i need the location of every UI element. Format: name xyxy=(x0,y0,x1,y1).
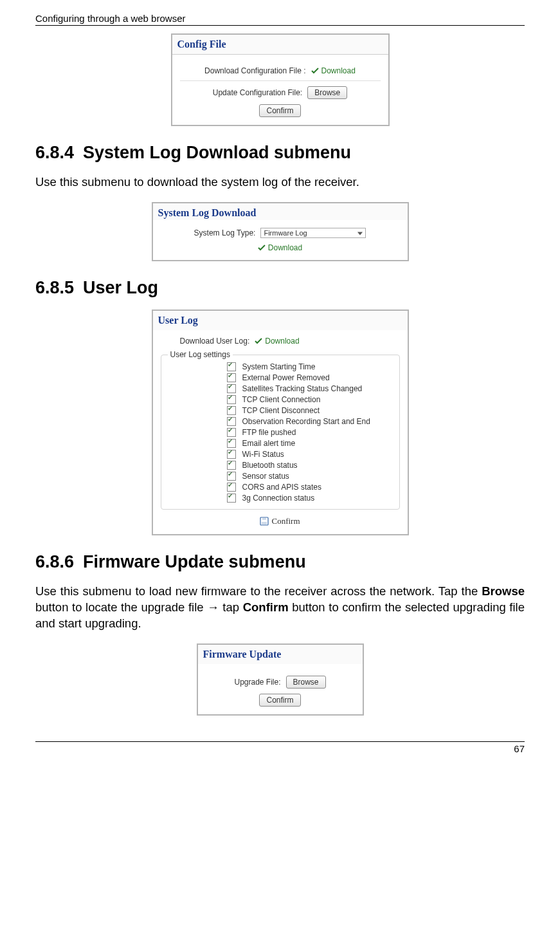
checkbox[interactable] xyxy=(227,384,236,393)
list-item-label: Email alert time xyxy=(242,439,296,448)
userlog-confirm-text: Confirm xyxy=(271,516,300,526)
confirm-button[interactable]: Confirm xyxy=(259,104,300,117)
config-file-figure: Config File Download Configuration File … xyxy=(171,33,390,126)
userlog-download-link[interactable]: Download xyxy=(255,337,299,346)
list-item-label: Satellites Tracking Status Changed xyxy=(242,384,363,393)
list-item: TCP Client Disconnect xyxy=(227,405,392,416)
download-config-link[interactable]: Download xyxy=(311,66,356,75)
section-684-title: System Log Download submenu xyxy=(83,143,351,162)
list-item: Wi-Fi Status xyxy=(227,449,392,460)
section-685-heading: 6.8.5User Log xyxy=(35,278,525,298)
check-icon xyxy=(258,244,266,252)
list-item-label: 3g Connection status xyxy=(242,494,315,503)
section-686-title: Firmware Update submenu xyxy=(83,552,306,571)
list-item-label: TCP Client Disconnect xyxy=(242,406,320,415)
upgrade-file-label: Upgrade File: xyxy=(234,678,280,687)
list-item-label: Observation Recording Start and End xyxy=(242,417,370,426)
section-684-body: Use this submenu to download the system … xyxy=(35,174,525,190)
syslog-figure: System Log Download System Log Type: Fir… xyxy=(152,202,409,261)
userlog-confirm-button[interactable]: Confirm xyxy=(260,516,300,526)
page-footer: 67 xyxy=(35,741,525,754)
syslog-download-text: Download xyxy=(268,243,302,252)
firmware-confirm-button[interactable]: Confirm xyxy=(259,694,300,707)
list-item-label: Wi-Fi Status xyxy=(242,450,284,459)
userlog-download-label: Download User Log: xyxy=(180,337,250,346)
list-item: Bluetooth status xyxy=(227,460,392,471)
list-item-label: Bluetooth status xyxy=(242,461,298,470)
userlog-title: User Log xyxy=(153,311,408,330)
syslog-type-label: System Log Type: xyxy=(194,228,256,237)
bold-browse: Browse xyxy=(482,584,525,598)
list-item: CORS and APIS states xyxy=(227,482,392,493)
check-icon xyxy=(255,337,262,345)
list-item: Observation Recording Start and End xyxy=(227,416,392,427)
checkbox[interactable] xyxy=(227,494,236,503)
list-item: 3g Connection status xyxy=(227,493,392,504)
section-685-num: 6.8.5 xyxy=(35,278,74,297)
section-686-num: 6.8.6 xyxy=(35,552,74,571)
firmware-figure: Firmware Update Upgrade File: Browse Con… xyxy=(197,643,364,716)
userlog-settings-label: User Log settings xyxy=(168,350,233,359)
text-fragment: button to locate the upgrade file → tap xyxy=(35,600,243,614)
section-684-num: 6.8.4 xyxy=(35,143,74,162)
text-fragment: Use this submenu to load new firmware to… xyxy=(35,584,482,598)
section-684-heading: 6.8.4System Log Download submenu xyxy=(35,143,525,163)
checkbox[interactable] xyxy=(227,472,236,481)
check-icon xyxy=(311,67,319,75)
list-item: External Power Removed xyxy=(227,373,392,384)
list-item-label: TCP Client Connection xyxy=(242,395,321,404)
checkbox[interactable] xyxy=(227,428,236,437)
config-file-title: Config File xyxy=(172,35,388,55)
browse-button[interactable]: Browse xyxy=(307,86,347,99)
section-686-body: Use this submenu to load new firmware to… xyxy=(35,584,525,632)
list-item-label: Sensor status xyxy=(242,472,289,481)
page-header: Configuring through a web browser xyxy=(35,13,525,26)
syslog-type-select[interactable]: Firmware Log xyxy=(260,228,366,238)
svg-rect-1 xyxy=(262,522,267,524)
checkbox[interactable] xyxy=(227,483,236,492)
checkbox[interactable] xyxy=(227,417,236,426)
checkbox[interactable] xyxy=(227,439,236,448)
list-item: Satellites Tracking Status Changed xyxy=(227,384,392,394)
userlog-settings-group: User Log settings System Starting Time E… xyxy=(161,355,400,510)
section-685-title: User Log xyxy=(83,278,158,297)
list-item: System Starting Time xyxy=(227,362,392,373)
checkbox[interactable] xyxy=(227,373,236,382)
download-config-label: Download Configuration File : xyxy=(204,66,305,75)
checkbox[interactable] xyxy=(227,450,236,459)
firmware-title: Firmware Update xyxy=(198,645,363,664)
checkbox[interactable] xyxy=(227,362,236,371)
save-icon xyxy=(260,517,269,526)
list-item: Sensor status xyxy=(227,471,392,482)
svg-rect-2 xyxy=(262,518,266,520)
list-item-label: System Starting Time xyxy=(242,362,316,371)
download-config-text: Download xyxy=(321,66,356,75)
list-item: TCP Client Connection xyxy=(227,394,392,405)
update-config-label: Update Configuration File: xyxy=(213,88,302,97)
syslog-download-link[interactable]: Download xyxy=(258,243,302,252)
bold-confirm: Confirm xyxy=(243,600,289,614)
section-686-heading: 6.8.6Firmware Update submenu xyxy=(35,552,525,572)
checkbox[interactable] xyxy=(227,395,236,404)
checkbox[interactable] xyxy=(227,406,236,415)
userlog-figure: User Log Download User Log: Download Use… xyxy=(152,310,409,535)
list-item: Email alert time xyxy=(227,438,392,449)
list-item-label: FTP file pushed xyxy=(242,428,296,437)
list-item-label: CORS and APIS states xyxy=(242,483,321,492)
userlog-download-text: Download xyxy=(265,337,299,346)
firmware-browse-button[interactable]: Browse xyxy=(286,676,326,689)
syslog-title: System Log Download xyxy=(153,203,408,220)
checkbox[interactable] xyxy=(227,461,236,470)
list-item-label: External Power Removed xyxy=(242,373,330,382)
list-item: FTP file pushed xyxy=(227,427,392,438)
